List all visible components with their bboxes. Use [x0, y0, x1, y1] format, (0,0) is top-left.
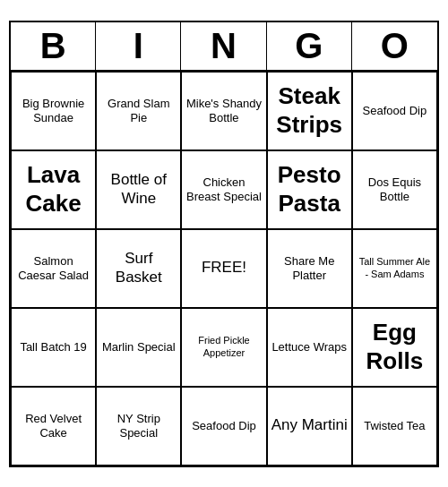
cell-text: Tall Summer Ale - Sam Adams — [357, 256, 433, 279]
bingo-cell: Mike's Shandy Bottle — [181, 72, 266, 150]
cell-text: Share Me Platter — [271, 254, 348, 282]
cell-text: Chicken Breast Special — [185, 175, 262, 203]
header-letter: I — [96, 22, 181, 70]
bingo-cell: Twisted Tea — [352, 387, 437, 466]
cell-text: Marlin Special — [102, 340, 176, 355]
bingo-cell: Lava Cake — [11, 150, 96, 229]
cell-text: Big Brownie Sundae — [15, 97, 91, 124]
bingo-cell: FREE! — [181, 229, 266, 308]
bingo-cell: Any Martini — [267, 387, 352, 466]
bingo-header: BINGO — [11, 22, 437, 72]
cell-text: Mike's Shandy Bottle — [185, 97, 262, 124]
bingo-cell: Seafood Dip — [181, 387, 266, 466]
cell-text: Fried Pickle Appetizer — [185, 335, 262, 358]
bingo-cell: Pesto Pasta — [267, 150, 352, 229]
bingo-cell: Salmon Caesar Salad — [11, 229, 96, 308]
bingo-cell: Chicken Breast Special — [181, 150, 266, 229]
cell-text: Bottle of Wine — [100, 171, 177, 208]
cell-text: Dos Equis Bottle — [357, 175, 433, 203]
bingo-grid: Big Brownie SundaeGrand Slam PieMike's S… — [11, 72, 437, 466]
bingo-cell: Egg Rolls — [352, 308, 437, 387]
cell-text: Seafood Dip — [363, 104, 427, 118]
header-letter: N — [181, 22, 266, 70]
cell-text: Twisted Tea — [364, 419, 425, 433]
bingo-cell: Grand Slam Pie — [96, 72, 181, 150]
cell-text: Lava Cake — [15, 161, 91, 217]
cell-text: NY Strip Special — [100, 412, 177, 440]
cell-text: Surf Basket — [100, 250, 177, 286]
cell-text: Salmon Caesar Salad — [15, 254, 91, 282]
header-letter: O — [352, 22, 437, 70]
bingo-cell: Tall Summer Ale - Sam Adams — [352, 229, 437, 308]
bingo-cell: Fried Pickle Appetizer — [181, 308, 266, 387]
bingo-card: BINGO Big Brownie SundaeGrand Slam PieMi… — [9, 21, 439, 467]
bingo-cell: Red Velvet Cake — [11, 387, 96, 466]
header-letter: B — [11, 22, 96, 70]
bingo-cell: Seafood Dip — [352, 72, 437, 150]
cell-text: Egg Rolls — [357, 319, 433, 374]
cell-text: Any Martini — [271, 416, 348, 434]
bingo-cell: Bottle of Wine — [96, 150, 181, 229]
bingo-cell: NY Strip Special — [96, 387, 181, 466]
bingo-cell: Marlin Special — [96, 308, 181, 387]
bingo-cell: Dos Equis Bottle — [352, 150, 437, 229]
cell-text: Tall Batch 19 — [20, 340, 86, 355]
bingo-cell: Surf Basket — [96, 229, 181, 308]
cell-text: Red Velvet Cake — [15, 412, 91, 440]
bingo-cell: Steak Strips — [267, 72, 352, 150]
bingo-cell: Lettuce Wraps — [267, 308, 352, 387]
bingo-cell: Big Brownie Sundae — [11, 72, 96, 150]
cell-text: Grand Slam Pie — [100, 97, 177, 124]
cell-text: FREE! — [202, 259, 246, 277]
bingo-cell: Share Me Platter — [267, 229, 352, 308]
cell-text: Pesto Pasta — [271, 161, 348, 217]
header-letter: G — [267, 22, 352, 70]
cell-text: Steak Strips — [271, 82, 348, 138]
cell-text: Seafood Dip — [192, 419, 256, 433]
bingo-cell: Tall Batch 19 — [11, 308, 96, 387]
cell-text: Lettuce Wraps — [271, 340, 347, 355]
